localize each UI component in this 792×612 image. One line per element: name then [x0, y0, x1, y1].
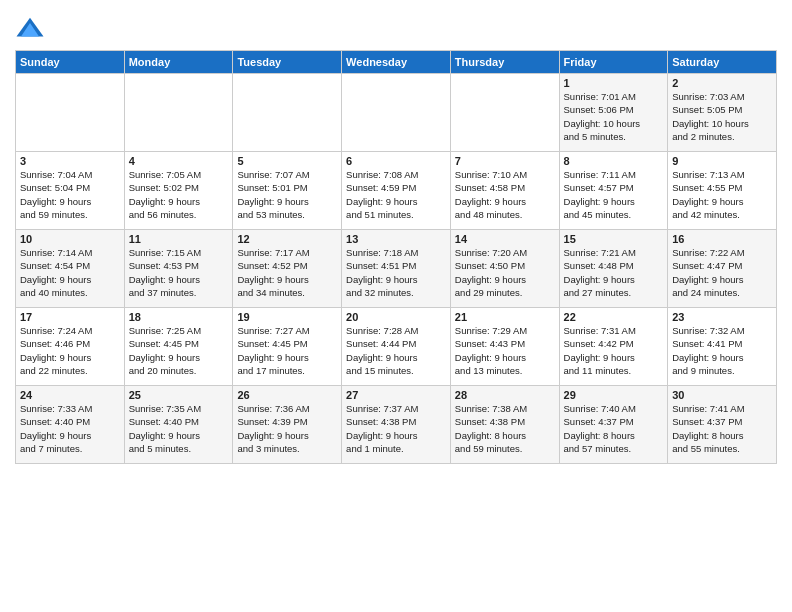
day-info: Sunrise: 7:10 AMSunset: 4:58 PMDaylight:…: [455, 168, 555, 221]
day-info: Sunrise: 7:17 AMSunset: 4:52 PMDaylight:…: [237, 246, 337, 299]
day-info: Sunrise: 7:18 AMSunset: 4:51 PMDaylight:…: [346, 246, 446, 299]
day-number: 21: [455, 311, 555, 323]
weekday-header-thursday: Thursday: [450, 51, 559, 74]
calendar-week-0: 1Sunrise: 7:01 AMSunset: 5:06 PMDaylight…: [16, 74, 777, 152]
calendar-week-3: 17Sunrise: 7:24 AMSunset: 4:46 PMDayligh…: [16, 308, 777, 386]
calendar-cell: 19Sunrise: 7:27 AMSunset: 4:45 PMDayligh…: [233, 308, 342, 386]
calendar-cell: 8Sunrise: 7:11 AMSunset: 4:57 PMDaylight…: [559, 152, 668, 230]
day-info: Sunrise: 7:29 AMSunset: 4:43 PMDaylight:…: [455, 324, 555, 377]
day-number: 2: [672, 77, 772, 89]
calendar-week-4: 24Sunrise: 7:33 AMSunset: 4:40 PMDayligh…: [16, 386, 777, 464]
calendar-cell: 23Sunrise: 7:32 AMSunset: 4:41 PMDayligh…: [668, 308, 777, 386]
weekday-header-saturday: Saturday: [668, 51, 777, 74]
day-info: Sunrise: 7:08 AMSunset: 4:59 PMDaylight:…: [346, 168, 446, 221]
day-number: 4: [129, 155, 229, 167]
day-number: 15: [564, 233, 664, 245]
day-info: Sunrise: 7:03 AMSunset: 5:05 PMDaylight:…: [672, 90, 772, 143]
calendar-cell: 13Sunrise: 7:18 AMSunset: 4:51 PMDayligh…: [342, 230, 451, 308]
day-number: 3: [20, 155, 120, 167]
calendar-cell: 5Sunrise: 7:07 AMSunset: 5:01 PMDaylight…: [233, 152, 342, 230]
calendar-week-2: 10Sunrise: 7:14 AMSunset: 4:54 PMDayligh…: [16, 230, 777, 308]
day-info: Sunrise: 7:11 AMSunset: 4:57 PMDaylight:…: [564, 168, 664, 221]
day-number: 28: [455, 389, 555, 401]
calendar-cell: 24Sunrise: 7:33 AMSunset: 4:40 PMDayligh…: [16, 386, 125, 464]
day-info: Sunrise: 7:25 AMSunset: 4:45 PMDaylight:…: [129, 324, 229, 377]
day-number: 8: [564, 155, 664, 167]
weekday-header-wednesday: Wednesday: [342, 51, 451, 74]
calendar-cell: 11Sunrise: 7:15 AMSunset: 4:53 PMDayligh…: [124, 230, 233, 308]
weekday-header-tuesday: Tuesday: [233, 51, 342, 74]
day-info: Sunrise: 7:01 AMSunset: 5:06 PMDaylight:…: [564, 90, 664, 143]
calendar-cell: 17Sunrise: 7:24 AMSunset: 4:46 PMDayligh…: [16, 308, 125, 386]
day-number: 11: [129, 233, 229, 245]
day-number: 9: [672, 155, 772, 167]
day-number: 1: [564, 77, 664, 89]
calendar-cell: 6Sunrise: 7:08 AMSunset: 4:59 PMDaylight…: [342, 152, 451, 230]
day-number: 12: [237, 233, 337, 245]
calendar-cell: 26Sunrise: 7:36 AMSunset: 4:39 PMDayligh…: [233, 386, 342, 464]
day-info: Sunrise: 7:31 AMSunset: 4:42 PMDaylight:…: [564, 324, 664, 377]
calendar-cell: 2Sunrise: 7:03 AMSunset: 5:05 PMDaylight…: [668, 74, 777, 152]
day-info: Sunrise: 7:04 AMSunset: 5:04 PMDaylight:…: [20, 168, 120, 221]
day-number: 5: [237, 155, 337, 167]
logo: [15, 14, 49, 44]
day-number: 13: [346, 233, 446, 245]
weekday-header-friday: Friday: [559, 51, 668, 74]
weekday-header-monday: Monday: [124, 51, 233, 74]
calendar-cell: [16, 74, 125, 152]
calendar-cell: 22Sunrise: 7:31 AMSunset: 4:42 PMDayligh…: [559, 308, 668, 386]
header-row: SundayMondayTuesdayWednesdayThursdayFrid…: [16, 51, 777, 74]
calendar-cell: 12Sunrise: 7:17 AMSunset: 4:52 PMDayligh…: [233, 230, 342, 308]
calendar-cell: 10Sunrise: 7:14 AMSunset: 4:54 PMDayligh…: [16, 230, 125, 308]
day-number: 10: [20, 233, 120, 245]
day-number: 16: [672, 233, 772, 245]
day-info: Sunrise: 7:20 AMSunset: 4:50 PMDaylight:…: [455, 246, 555, 299]
day-number: 23: [672, 311, 772, 323]
day-number: 29: [564, 389, 664, 401]
day-info: Sunrise: 7:38 AMSunset: 4:38 PMDaylight:…: [455, 402, 555, 455]
calendar-cell: 28Sunrise: 7:38 AMSunset: 4:38 PMDayligh…: [450, 386, 559, 464]
calendar-cell: 25Sunrise: 7:35 AMSunset: 4:40 PMDayligh…: [124, 386, 233, 464]
calendar-cell: 21Sunrise: 7:29 AMSunset: 4:43 PMDayligh…: [450, 308, 559, 386]
calendar-cell: 9Sunrise: 7:13 AMSunset: 4:55 PMDaylight…: [668, 152, 777, 230]
day-number: 17: [20, 311, 120, 323]
calendar-cell: 7Sunrise: 7:10 AMSunset: 4:58 PMDaylight…: [450, 152, 559, 230]
day-info: Sunrise: 7:15 AMSunset: 4:53 PMDaylight:…: [129, 246, 229, 299]
day-info: Sunrise: 7:41 AMSunset: 4:37 PMDaylight:…: [672, 402, 772, 455]
calendar-cell: 18Sunrise: 7:25 AMSunset: 4:45 PMDayligh…: [124, 308, 233, 386]
calendar-header: SundayMondayTuesdayWednesdayThursdayFrid…: [16, 51, 777, 74]
day-info: Sunrise: 7:36 AMSunset: 4:39 PMDaylight:…: [237, 402, 337, 455]
calendar-cell: 30Sunrise: 7:41 AMSunset: 4:37 PMDayligh…: [668, 386, 777, 464]
day-info: Sunrise: 7:33 AMSunset: 4:40 PMDaylight:…: [20, 402, 120, 455]
day-number: 27: [346, 389, 446, 401]
calendar-cell: 3Sunrise: 7:04 AMSunset: 5:04 PMDaylight…: [16, 152, 125, 230]
day-info: Sunrise: 7:05 AMSunset: 5:02 PMDaylight:…: [129, 168, 229, 221]
day-number: 22: [564, 311, 664, 323]
day-number: 26: [237, 389, 337, 401]
page-container: SundayMondayTuesdayWednesdayThursdayFrid…: [0, 0, 792, 469]
weekday-header-sunday: Sunday: [16, 51, 125, 74]
calendar-table: SundayMondayTuesdayWednesdayThursdayFrid…: [15, 50, 777, 464]
day-number: 30: [672, 389, 772, 401]
calendar-cell: 4Sunrise: 7:05 AMSunset: 5:02 PMDaylight…: [124, 152, 233, 230]
day-info: Sunrise: 7:21 AMSunset: 4:48 PMDaylight:…: [564, 246, 664, 299]
day-info: Sunrise: 7:35 AMSunset: 4:40 PMDaylight:…: [129, 402, 229, 455]
day-info: Sunrise: 7:37 AMSunset: 4:38 PMDaylight:…: [346, 402, 446, 455]
calendar-cell: 15Sunrise: 7:21 AMSunset: 4:48 PMDayligh…: [559, 230, 668, 308]
calendar-cell: 20Sunrise: 7:28 AMSunset: 4:44 PMDayligh…: [342, 308, 451, 386]
calendar-cell: [342, 74, 451, 152]
day-info: Sunrise: 7:32 AMSunset: 4:41 PMDaylight:…: [672, 324, 772, 377]
calendar-cell: 16Sunrise: 7:22 AMSunset: 4:47 PMDayligh…: [668, 230, 777, 308]
day-info: Sunrise: 7:28 AMSunset: 4:44 PMDaylight:…: [346, 324, 446, 377]
calendar-body: 1Sunrise: 7:01 AMSunset: 5:06 PMDaylight…: [16, 74, 777, 464]
day-number: 25: [129, 389, 229, 401]
day-number: 7: [455, 155, 555, 167]
calendar-week-1: 3Sunrise: 7:04 AMSunset: 5:04 PMDaylight…: [16, 152, 777, 230]
day-number: 18: [129, 311, 229, 323]
logo-icon: [15, 14, 45, 44]
day-number: 14: [455, 233, 555, 245]
day-info: Sunrise: 7:27 AMSunset: 4:45 PMDaylight:…: [237, 324, 337, 377]
day-info: Sunrise: 7:22 AMSunset: 4:47 PMDaylight:…: [672, 246, 772, 299]
calendar-cell: [233, 74, 342, 152]
calendar-cell: [124, 74, 233, 152]
